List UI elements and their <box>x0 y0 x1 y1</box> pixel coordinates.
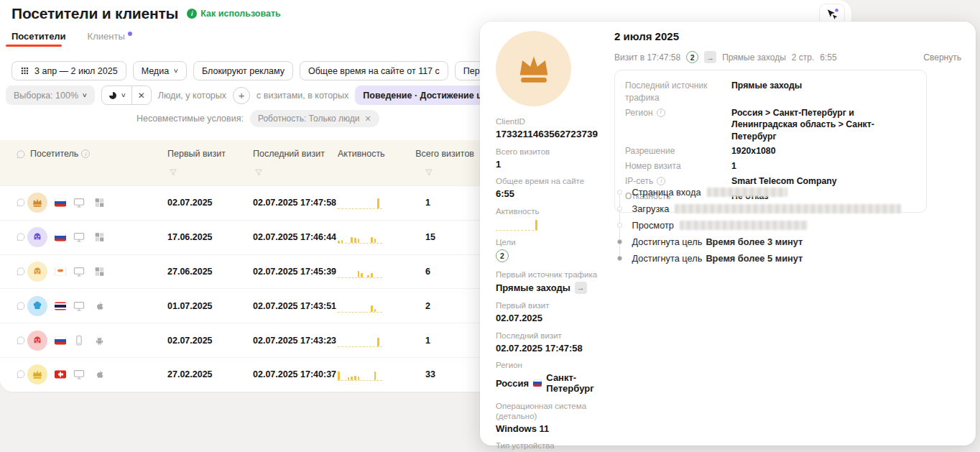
arrow-right-icon[interactable]: → <box>575 282 587 294</box>
collapse-link[interactable]: Свернуть <box>923 52 961 63</box>
last-visit-label: Последний визит <box>496 331 609 341</box>
filter-funnel-icon[interactable] <box>424 167 434 177</box>
comment-icon <box>16 149 26 160</box>
os-value: Windows 11 <box>496 423 609 434</box>
col-first-visit: Первый визит <box>167 149 226 159</box>
redacted-url <box>707 188 787 197</box>
comment-icon[interactable] <box>16 232 26 242</box>
page: Посетители и клиенты i Как использовать … <box>0 0 980 452</box>
total-visits-label: Всего визитов <box>496 147 609 157</box>
flag-russia-icon <box>55 336 66 344</box>
how-to-use-link[interactable]: i Как использовать <box>187 9 280 19</box>
col-activity: Активность <box>338 149 385 159</box>
flag-russia-icon <box>55 199 66 207</box>
os-label: Операционная система (детально) <box>496 401 609 421</box>
device-type-label: Тип устройства <box>496 441 609 451</box>
timeline-dot-icon <box>617 239 622 244</box>
arrow-right-icon: → <box>704 51 716 63</box>
first-visit-value: 27.02.2025 <box>167 369 213 379</box>
col-visitor: Посетитель i <box>30 149 90 159</box>
last-visit-value: 02.07.2025 17:40:37 <box>253 369 336 379</box>
visitor-profile: ClientID 1733211463562723739 Всего визит… <box>496 116 609 452</box>
flag-switzerland-icon <box>55 371 66 379</box>
visitor-avatar-crown[interactable] <box>27 364 47 384</box>
activity-sparkline <box>338 196 382 209</box>
visit-goals-badge[interactable]: 2 <box>686 51 698 63</box>
info-icon[interactable]: i <box>81 149 90 158</box>
timeline-goal-reached[interactable]: Достигнута цель Время более 5 минут <box>614 250 952 267</box>
timeline-pageload[interactable]: Загрузка <box>614 200 952 217</box>
adblock-filter-button[interactable]: Блокируют рекламу <box>193 61 293 80</box>
comment-icon[interactable] <box>16 336 26 346</box>
activity-sparkline <box>338 265 382 278</box>
os-windows-icon <box>93 197 106 209</box>
sampling-select[interactable]: Выборка: 100% ∨ <box>6 86 95 105</box>
robotness-chip[interactable]: Роботность: Только люди ✕ <box>250 110 379 127</box>
last-visit-value: 02.07.2025 17:47:58 <box>253 198 336 208</box>
os-windows-icon <box>93 231 106 244</box>
device-desktop-icon <box>73 196 85 209</box>
timeline-entry-page[interactable]: Страница входа <box>614 184 952 200</box>
visit-pages: 2 стр. <box>792 52 815 63</box>
comment-icon[interactable] <box>16 198 26 208</box>
first-visit-label: Первый визит <box>496 300 609 310</box>
total-time-label: Общее время на сайте <box>496 176 609 186</box>
goals-label: Цели <box>496 237 609 247</box>
media-filter-button[interactable]: Медиа ∨ <box>133 61 187 80</box>
tab-clients[interactable]: Клиенты <box>88 31 132 42</box>
segment-chart-button[interactable]: ∨ <box>102 86 131 104</box>
total-visits-value: 1 <box>425 198 430 208</box>
last-visit-value: 02.07.2025 17:45:39 <box>253 267 336 277</box>
activity-sparkline <box>338 231 382 244</box>
os-windows-icon <box>93 265 106 277</box>
flag-thailand-icon <box>55 302 66 310</box>
visits-condition-label: с визитами, в которых <box>256 91 348 101</box>
detail-value: Россия > Санкт-Петербург и Ленинградская… <box>731 107 916 143</box>
goals-count-badge[interactable]: 2 <box>496 249 509 262</box>
visitor-avatar-robot[interactable] <box>27 331 47 351</box>
os-android-icon <box>93 334 106 346</box>
people-condition-label: Люди, у которых <box>158 91 226 101</box>
region-country: Россия <box>496 378 529 389</box>
visit-source: Прямые заходы <box>722 52 786 63</box>
first-visit-value: 02.07.2025 <box>167 336 213 346</box>
comment-icon[interactable] <box>16 301 26 311</box>
info-icon[interactable]: i <box>657 109 665 117</box>
date-range-button[interactable]: 3 апр — 2 июл 2025 <box>11 61 126 80</box>
goal-name: Время более 5 минут <box>706 253 803 264</box>
comment-icon[interactable] <box>16 267 26 277</box>
comment-icon[interactable] <box>16 369 26 379</box>
total-visits-value: 1 <box>496 159 609 170</box>
add-condition-button[interactable]: + <box>233 87 250 104</box>
activity-sparkline <box>338 334 382 347</box>
last-visit-value: 02.07.2025 17:47:58 <box>496 343 609 354</box>
first-source-value: Прямые заходы <box>496 282 570 293</box>
filter-funnel-icon[interactable] <box>168 167 178 177</box>
visitor-avatar-robot[interactable] <box>27 262 47 282</box>
total-visits-value: 1 <box>425 336 430 346</box>
tab-visitors[interactable]: Посетители <box>11 31 66 42</box>
visitor-avatar-crown[interactable] <box>27 193 47 213</box>
visitor-avatar-robot[interactable] <box>27 227 47 247</box>
visit-summary-row: Визит в 17:47:58 2 → Прямые заходы 2 стр… <box>614 51 837 63</box>
total-time-filter-button[interactable]: Общее время на сайте от 117 с <box>300 61 448 80</box>
cursors-icon <box>825 7 839 22</box>
first-source-label: Первый источник трафика <box>496 269 609 280</box>
clientid-label: ClientID <box>496 116 609 126</box>
visitor-avatar-chef[interactable] <box>27 296 47 316</box>
close-icon[interactable]: ✕ <box>365 114 371 124</box>
total-visits-value: 33 <box>425 369 435 379</box>
detail-label: Номер визита <box>625 160 681 172</box>
timeline-goal-reached[interactable]: Достигнута цель Время более 3 минут <box>614 234 952 250</box>
chevron-down-icon: ∨ <box>82 92 88 98</box>
clientid-value: 1733211463562723739 <box>496 129 609 139</box>
first-visit-value: 01.07.2025 <box>167 301 213 311</box>
flag-russia-icon <box>55 234 66 241</box>
timeline-pageview[interactable]: Просмотр <box>614 217 952 234</box>
activity-sparkline <box>338 368 382 381</box>
col-total-visits: Всего визитов <box>402 149 474 159</box>
segment-clear-button[interactable]: ✕ <box>131 86 151 104</box>
detail-label: Регион <box>625 107 653 119</box>
detail-value: Прямые заходы <box>731 80 916 103</box>
filter-funnel-icon[interactable] <box>254 167 264 177</box>
